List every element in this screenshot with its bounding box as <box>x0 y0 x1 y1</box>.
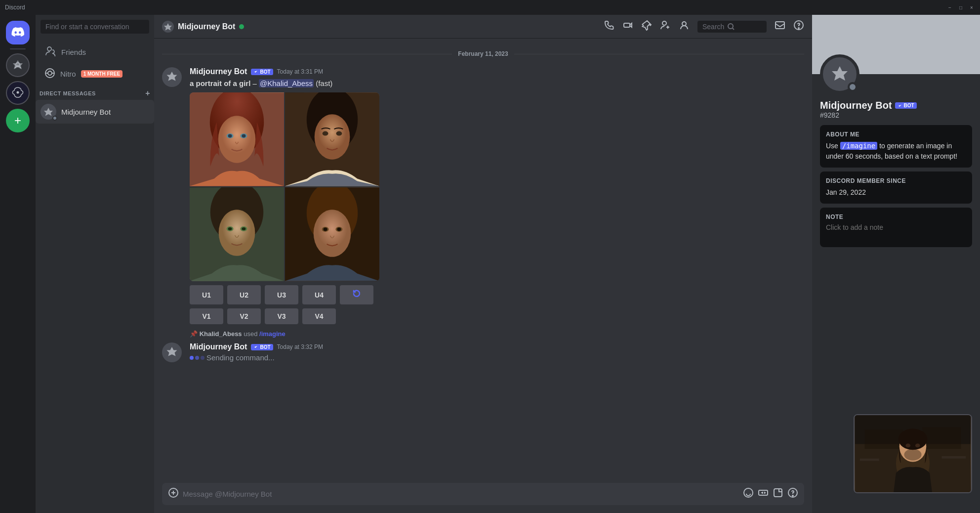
svg-rect-48 <box>923 427 961 449</box>
dm-section-label: DIRECT MESSAGES <box>40 90 96 96</box>
maximize-button[interactable]: □ <box>957 4 964 11</box>
u1-button[interactable]: U1 <box>190 285 223 304</box>
message-input[interactable] <box>183 483 739 505</box>
member-since-title: DISCORD MEMBER SINCE <box>826 177 966 184</box>
window-controls: − □ × <box>946 4 975 11</box>
svg-point-19 <box>242 134 245 138</box>
refresh-button[interactable] <box>340 285 373 304</box>
message-time-1: Today at 3:31 PM <box>277 68 323 75</box>
channel-area: Midjourney Bot <box>154 15 812 513</box>
action-buttons-row1: U1 U2 U3 U4 <box>190 285 804 304</box>
svg-rect-42 <box>774 489 782 497</box>
system-message: 📌 Khalid_Abess used /imagine <box>154 328 812 340</box>
video-icon[interactable] <box>622 20 633 33</box>
u2-button[interactable]: U2 <box>227 285 261 304</box>
sending-message: Sending command... <box>190 353 804 362</box>
video-person <box>855 415 971 492</box>
v4-button[interactable]: V4 <box>302 308 336 324</box>
emoji-people-icon[interactable] <box>743 487 754 501</box>
channel-header: Midjourney Bot <box>154 15 812 39</box>
messages-area[interactable]: February 11, 2023 Midjourney Bot BOT <box>154 39 812 483</box>
message-text-1: a portrait of a girl – @Khalid_Abess (fa… <box>190 78 804 88</box>
sticker-icon[interactable] <box>773 487 783 501</box>
message-group-1: Midjourney Bot BOT Today at 3:31 PM a po… <box>154 65 812 326</box>
sidebar-item-friends[interactable]: Friends <box>40 42 150 63</box>
bot-badge-2: BOT <box>251 344 273 350</box>
video-call-thumbnail[interactable] <box>854 414 972 493</box>
add-dm-button[interactable]: + <box>145 89 150 98</box>
image-grid[interactable] <box>190 92 379 281</box>
profile-icon[interactable] <box>679 20 690 33</box>
note-input[interactable] <box>826 223 966 239</box>
server-rail-divider <box>10 48 26 49</box>
svg-point-1 <box>17 91 19 94</box>
svg-rect-56 <box>942 456 966 459</box>
svg-point-18 <box>228 134 232 138</box>
close-button[interactable]: × <box>968 4 975 11</box>
svg-point-7 <box>662 21 666 25</box>
profile-discriminator: #9282 <box>820 111 972 119</box>
member-since-date: Jan 29, 2022 <box>826 187 966 198</box>
message-input-box <box>162 483 804 505</box>
profile-banner <box>812 15 980 74</box>
portrait-image-1[interactable] <box>190 92 284 186</box>
message-content-2: Midjourney Bot BOT Today at 3:32 PM Send… <box>190 342 804 362</box>
message-header-1: Midjourney Bot BOT Today at 3:31 PM <box>190 67 804 76</box>
v3-button[interactable]: V3 <box>265 308 298 324</box>
server-icon-2[interactable] <box>6 81 30 105</box>
svg-point-38 <box>337 228 341 231</box>
v2-button[interactable]: V2 <box>227 308 261 324</box>
svg-point-30 <box>228 227 232 230</box>
svg-rect-47 <box>865 429 903 449</box>
bot-badge-1: BOT <box>251 69 273 75</box>
profile-info: Midjourney Bot BOT #9282 ABOUT ME Use /i… <box>812 74 980 259</box>
message-avatar-2 <box>162 342 182 362</box>
portrait-image-3[interactable] <box>190 187 284 281</box>
portrait-image-4[interactable] <box>285 187 379 281</box>
online-status-dot <box>239 24 244 29</box>
slash-cmd: /imagine <box>259 330 286 338</box>
svg-point-22 <box>315 114 350 160</box>
v1-button[interactable]: V1 <box>190 308 223 324</box>
call-icon[interactable] <box>604 20 614 33</box>
add-friend-icon[interactable] <box>660 20 671 33</box>
find-conversation-input[interactable]: Find or start a conversation <box>41 20 149 34</box>
svg-rect-6 <box>624 23 630 27</box>
gif-icon[interactable] <box>758 487 769 501</box>
message-avatar-1 <box>162 67 182 87</box>
svg-point-51 <box>898 428 928 450</box>
server-icon-1[interactable] <box>6 53 30 77</box>
note-title: NOTE <box>826 214 966 220</box>
svg-point-12 <box>798 28 799 29</box>
profile-avatar-large <box>820 54 859 94</box>
pin-icon[interactable] <box>641 20 652 33</box>
sidebar-item-nitro[interactable]: Nitro 1 MONTH FREE <box>40 64 150 84</box>
dm-status-dot <box>52 116 57 121</box>
u3-button[interactable]: U3 <box>265 285 298 304</box>
svg-point-3 <box>48 71 52 75</box>
nitro-label: Nitro <box>60 70 76 78</box>
add-content-icon[interactable] <box>168 487 179 501</box>
dm-item-midjourney[interactable]: Midjourney Bot <box>36 100 154 124</box>
message-input-area <box>154 483 812 513</box>
portrait-image-2[interactable] <box>285 92 379 186</box>
u4-button[interactable]: U4 <box>302 285 336 304</box>
minimize-button[interactable]: − <box>946 4 953 11</box>
dm-sidebar: Find or start a conversation Friends <box>36 15 154 513</box>
channel-header-left: Midjourney Bot <box>162 21 598 33</box>
channel-search[interactable]: Search <box>697 21 767 33</box>
search-placeholder: Search <box>702 23 724 31</box>
help-input-icon[interactable] <box>787 487 798 501</box>
help-icon[interactable] <box>793 20 804 33</box>
date-text: February 11, 2023 <box>458 50 508 57</box>
inbox-icon[interactable] <box>775 20 785 33</box>
channel-header-avatar <box>162 21 174 33</box>
dm-section-header: DIRECT MESSAGES + <box>36 87 154 100</box>
add-server-button[interactable]: + <box>6 109 30 132</box>
discord-home-button[interactable] <box>6 21 30 44</box>
svg-point-53 <box>915 444 920 448</box>
svg-point-15 <box>218 116 256 163</box>
message-author-2: Midjourney Bot <box>190 342 247 351</box>
note-section[interactable]: NOTE <box>820 208 972 247</box>
svg-point-54 <box>904 449 921 460</box>
